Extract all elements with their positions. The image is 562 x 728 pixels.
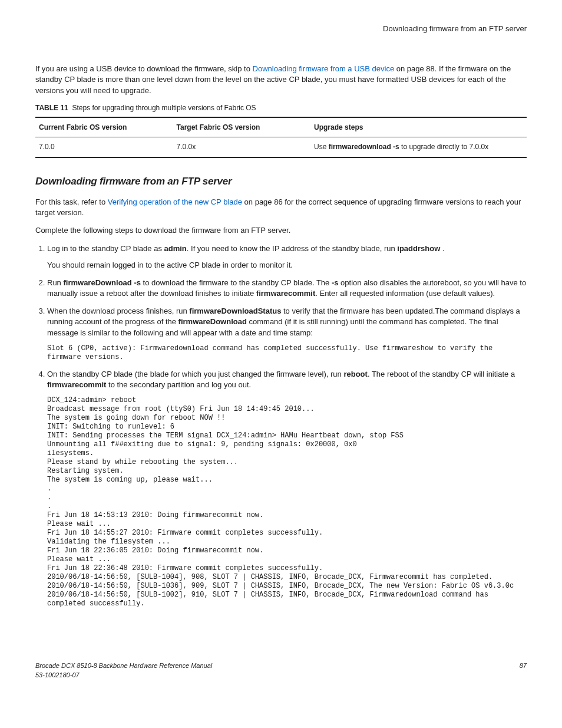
- th-upgrade-steps: Upgrade steps: [310, 117, 527, 137]
- step1-ipaddrshow: ipaddrshow: [397, 244, 440, 253]
- intro-text-1: If you are using a USB device to downloa…: [35, 64, 253, 73]
- step-4: On the standby CP blade (the blade for w…: [47, 369, 527, 608]
- step4-text-c: to the secondary partition and log you o…: [106, 380, 251, 389]
- table-caption-text: Steps for upgrading through multiple ver…: [72, 104, 256, 112]
- step2-fwcommit: firmwarecommit: [256, 289, 315, 298]
- td-steps-text-a: Use: [314, 143, 329, 151]
- intro-paragraph: If you are using a USB device to downloa…: [35, 64, 527, 96]
- footer-manual-title: Brocade DCX 8510-8 Backbone Hardware Ref…: [35, 661, 212, 670]
- running-header: Downloading firmware from an FTP server: [35, 24, 527, 34]
- steps-list: Log in to the standby CP blade as admin.…: [35, 243, 527, 609]
- table-11-caption: TABLE 11 Steps for upgrading through mul…: [35, 103, 527, 113]
- table-label: TABLE 11: [35, 104, 68, 112]
- step2-text-a: Run: [47, 278, 63, 287]
- step3-status-cmd: firmwareDownloadStatus: [189, 307, 281, 315]
- th-target-version: Target Fabric OS version: [173, 117, 311, 137]
- step2-cmd: firmwareDownload -s: [63, 278, 140, 287]
- step2-text-b: to download the firmware to the standby …: [141, 278, 332, 287]
- link-usb-download[interactable]: Downloading firmware from a USB device: [253, 64, 395, 73]
- step3-fwdl: firmwareDownload: [178, 317, 247, 326]
- step4-output: DCX_124:admin> reboot Broadcast message …: [47, 396, 527, 608]
- step1-text-b: . If you need to know the IP address of …: [187, 244, 398, 253]
- step1-note: You should remain logged in to the activ…: [47, 260, 527, 271]
- td-target: 7.0.0x: [173, 137, 311, 157]
- step-1: Log in to the standby CP blade as admin.…: [47, 243, 527, 271]
- step1-admin: admin: [164, 244, 187, 253]
- section-intro-1: For this task, refer to Verifying operat…: [35, 197, 527, 218]
- page-footer: Brocade DCX 8510-8 Backbone Hardware Ref…: [35, 661, 527, 680]
- step1-text-c: .: [440, 244, 444, 253]
- td-steps: Use firmwaredownload -s to upgrade direc…: [310, 137, 527, 157]
- link-verify-cp[interactable]: Verifying operation of the new CP blade: [108, 197, 242, 206]
- table-11: Current Fabric OS version Target Fabric …: [35, 117, 527, 159]
- step-3: When the download process finishes, run …: [47, 306, 527, 362]
- footer-doc-number: 53-1002180-07: [35, 671, 212, 680]
- step4-fwcommit: firmwarecommit: [47, 380, 106, 389]
- step4-reboot: reboot: [343, 370, 367, 378]
- step4-text-a: On the standby CP blade (the blade for w…: [47, 370, 343, 378]
- td-steps-cmd: firmwaredownload -s: [329, 143, 399, 151]
- step4-text-b: . The reboot of the standby CP will init…: [368, 370, 515, 378]
- step3-output: Slot 6 (CP0, active): Firmwaredownload c…: [47, 344, 527, 362]
- td-steps-text-b: to upgrade directly to 7.0.0x: [399, 143, 488, 151]
- step1-text-a: Log in to the standby CP blade as: [47, 244, 164, 253]
- th-current-version: Current Fabric OS version: [35, 117, 173, 137]
- step-2: Run firmwareDownload -s to download the …: [47, 278, 527, 299]
- section-intro-1a: For this task, refer to: [35, 197, 108, 206]
- footer-left: Brocade DCX 8510-8 Backbone Hardware Ref…: [35, 661, 212, 680]
- section-intro-2: Complete the following steps to download…: [35, 225, 527, 236]
- td-current: 7.0.0: [35, 137, 173, 157]
- step3-text-a: When the download process finishes, run: [47, 307, 189, 315]
- footer-page-number: 87: [520, 661, 527, 680]
- step2-text-d: . Enter all requested information (use d…: [315, 289, 495, 298]
- table-row: 7.0.0 7.0.0x Use firmwaredownload -s to …: [35, 137, 527, 157]
- section-heading-ftp: Downloading firmware from an FTP server: [35, 174, 527, 189]
- step2-flag: -s: [332, 278, 339, 287]
